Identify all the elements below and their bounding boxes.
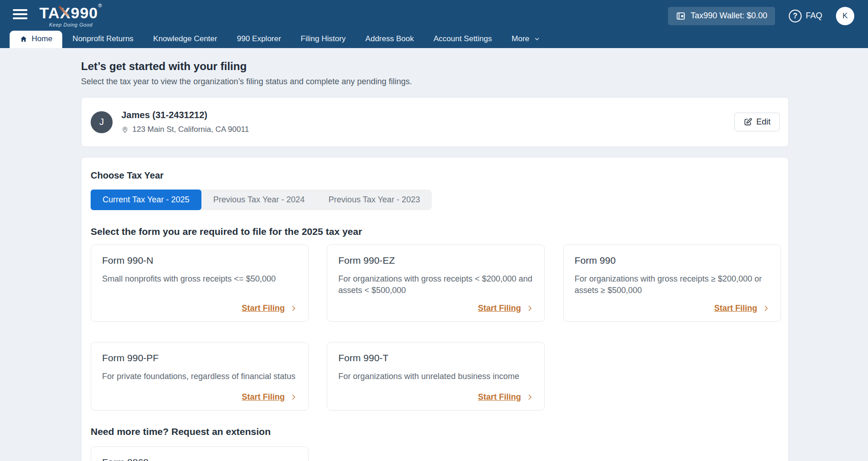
chevron-right-icon: [526, 394, 533, 401]
nav-tab-filing-history[interactable]: Filing History: [301, 31, 346, 48]
form-description: For private foundations, regardless of f…: [102, 371, 297, 382]
start-filing-link-990pf[interactable]: Start Filing: [242, 392, 297, 403]
start-filing-link-990t[interactable]: Start Filing: [478, 392, 533, 403]
filing-panel: Choose Tax Year Current Tax Year - 2025 …: [81, 157, 789, 461]
start-filing-link-990[interactable]: Start Filing: [714, 304, 770, 314]
nav-tab-more[interactable]: More: [512, 31, 541, 48]
organization-address-row: 123 Main St, California, CA 90011: [121, 125, 249, 134]
start-filing-link-990n[interactable]: Start Filing: [242, 304, 297, 314]
logo-text: TAX990®: [39, 5, 102, 21]
registered-mark: ®: [98, 3, 102, 8]
form-title: Form 990-EZ: [338, 255, 533, 266]
user-avatar[interactable]: K: [836, 7, 854, 25]
main-navigation: Home Nonprofit Returns Knowledge Center …: [0, 32, 868, 48]
wallet-icon: [676, 11, 686, 21]
faq-label: FAQ: [806, 11, 822, 21]
chevron-right-icon: [290, 305, 297, 312]
home-icon: [20, 35, 27, 43]
chevron-right-icon: [290, 394, 297, 401]
organization-info: James (31-2431212) 123 Main St, Californ…: [121, 110, 249, 134]
page-title: Let’s get started with your filing: [81, 60, 789, 73]
tab-previous-tax-year-2023[interactable]: Previous Tax Year - 2023: [317, 190, 432, 210]
form-title: Form 990-PF: [102, 353, 297, 363]
form-card-990pf: Form 990-PF For private foundations, reg…: [91, 342, 309, 411]
nav-tab-account-settings[interactable]: Account Settings: [434, 31, 492, 48]
main-content: Let’s get started with your filing Selec…: [0, 48, 868, 461]
form-card-990: Form 990 For organizations with gross re…: [563, 244, 781, 322]
nav-tab-home[interactable]: Home: [10, 31, 62, 48]
form-card-990t: Form 990-T For organizations with unrela…: [327, 342, 545, 411]
nav-tab-knowledge-center[interactable]: Knowledge Center: [153, 31, 217, 48]
tab-previous-tax-year-2024[interactable]: Previous Tax Year - 2024: [201, 190, 317, 210]
page-subtitle: Select the tax year to view the organiza…: [81, 77, 789, 87]
form-description: For organizations with gross receipts ≥ …: [575, 273, 770, 296]
form-description: For organizations with gross receipts < …: [338, 273, 533, 296]
header-top-bar: TAX990® Keep Doing Good Tax990 Wallet: $…: [0, 0, 868, 32]
chevron-down-icon: [534, 36, 540, 42]
chevron-right-icon: [526, 305, 533, 312]
organization-name: James (31-2431212): [121, 110, 249, 120]
form-description: For organizations with unrelated busines…: [338, 371, 533, 382]
wallet-button[interactable]: Tax990 Wallet: $0.00: [668, 7, 775, 25]
form-card-8868: Form 8868: [91, 446, 309, 461]
extension-heading: Need more time? Request an extension: [91, 426, 779, 437]
forms-grid: Form 990-N Small nonprofits with gross r…: [91, 244, 779, 411]
question-icon: ?: [789, 10, 802, 22]
nav-tab-990-explorer[interactable]: 990 Explorer: [237, 31, 281, 48]
organization-avatar: J: [91, 111, 113, 133]
chevron-right-icon: [763, 305, 770, 312]
start-filing-link-990ez[interactable]: Start Filing: [478, 304, 533, 314]
logo-tagline: Keep Doing Good: [49, 22, 92, 27]
tab-current-tax-year-2025[interactable]: Current Tax Year - 2025: [91, 190, 201, 210]
form-title: Form 990-N: [102, 255, 297, 266]
organization-address: 123 Main St, California, CA 90011: [132, 125, 249, 134]
tax990-logo[interactable]: TAX990® Keep Doing Good: [39, 5, 102, 27]
nav-tab-nonprofit-returns[interactable]: Nonprofit Returns: [72, 31, 133, 48]
edit-label: Edit: [756, 117, 770, 127]
form-title: Form 8868: [102, 457, 297, 461]
form-title: Form 990-T: [338, 353, 533, 363]
nav-tab-address-book[interactable]: Address Book: [365, 31, 414, 48]
app-header: TAX990® Keep Doing Good Tax990 Wallet: $…: [0, 0, 868, 48]
tax-year-tab-group: Current Tax Year - 2025 Previous Tax Yea…: [91, 190, 432, 210]
select-form-heading: Select the form you are required to file…: [91, 226, 779, 237]
faq-button[interactable]: ? FAQ: [789, 10, 822, 22]
location-pin-icon: [121, 125, 129, 134]
form-title: Form 990: [575, 255, 770, 266]
form-description: Small nonprofits with gross receipts <= …: [102, 273, 297, 285]
form-card-990n: Form 990-N Small nonprofits with gross r…: [91, 244, 309, 322]
wallet-label: Tax990 Wallet: $0.00: [691, 11, 767, 21]
choose-tax-year-heading: Choose Tax Year: [91, 170, 779, 181]
edit-icon: [743, 118, 752, 126]
edit-button[interactable]: Edit: [734, 113, 780, 131]
hamburger-menu-icon[interactable]: [13, 7, 27, 22]
organization-card: J James (31-2431212) 123 Main St, Califo…: [81, 97, 789, 147]
form-card-990ez: Form 990-EZ For organizations with gross…: [327, 244, 545, 322]
